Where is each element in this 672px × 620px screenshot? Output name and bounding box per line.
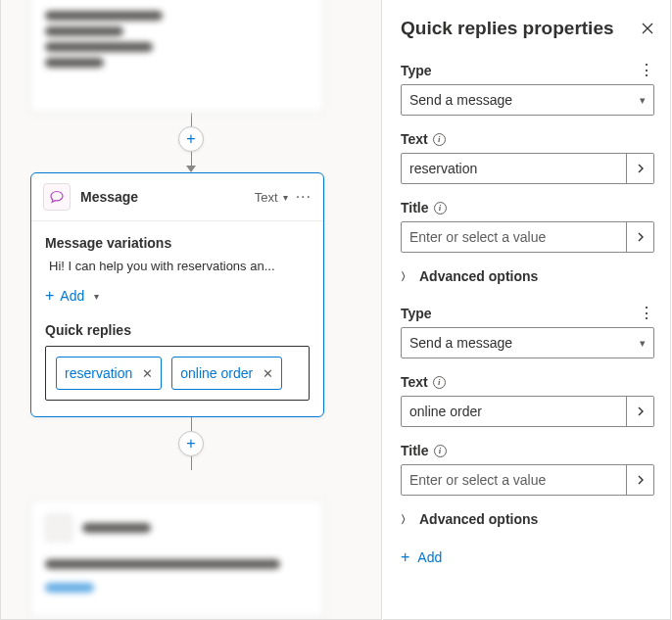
chevron-right-icon [637,232,645,242]
expand-input-button[interactable] [626,154,653,183]
expand-input-button[interactable] [626,222,653,252]
node-more-menu[interactable]: ··· [296,188,312,206]
remove-chip-icon[interactable]: ✕ [142,366,153,381]
chevron-right-icon: 〉 [401,269,411,284]
text-label: Text [401,374,428,390]
chevron-down-icon: ▾ [283,192,288,203]
title-placeholder: Enter or select a value [409,229,626,245]
quick-reply-chip[interactable]: online order ✕ [171,357,282,390]
connector: + [1,417,381,470]
connector: + [1,113,381,172]
advanced-options-label: Advanced options [419,268,538,284]
group-more-menu[interactable]: ⋮ [639,63,654,78]
blurred-node-top [30,0,324,113]
chevron-down-icon: ▾ [640,337,646,350]
message-node-header: Message Text ▾ ··· [31,173,323,221]
text-value: reservation [409,161,626,176]
reply-group: Type ⋮ Send a message ▾ Text i online or… [401,306,654,527]
title-placeholder: Enter or select a value [409,472,626,488]
arrow-down-icon [186,166,196,172]
group-more-menu[interactable]: ⋮ [639,306,654,321]
title-input[interactable]: Enter or select a value [401,221,654,253]
type-label: Type [401,306,432,321]
plus-icon: + [401,548,409,566]
chip-label: reservation [65,365,132,381]
advanced-options-toggle[interactable]: 〉 Advanced options [401,511,654,527]
chevron-right-icon [637,406,645,416]
remove-chip-icon[interactable]: ✕ [263,366,273,381]
advanced-options-label: Advanced options [419,511,538,527]
message-variations-label: Message variations [45,235,310,251]
title-label: Title [401,443,429,458]
message-icon [43,183,71,211]
plus-icon: + [45,287,54,305]
chip-label: online order [180,365,253,381]
blurred-node-bottom [30,500,324,617]
title-input[interactable]: Enter or select a value [401,464,654,496]
text-label: Text [401,131,428,147]
type-value: Send a message [409,335,640,351]
info-icon[interactable]: i [434,445,447,457]
close-panel-button[interactable] [641,22,654,35]
add-quick-reply-button[interactable]: + Add [401,548,654,566]
type-select[interactable]: Send a message ▾ [401,84,654,116]
text-value: online order [409,404,626,419]
info-icon[interactable]: i [434,202,447,215]
chevron-down-icon: ▾ [94,291,99,302]
reply-group: Type ⋮ Send a message ▾ Text i reservati… [401,63,654,284]
add-label: Add [417,549,442,565]
close-icon [641,22,654,35]
quick-replies-label: Quick replies [45,322,310,338]
message-variation-text[interactable]: Hi! I can help you with reservations an.… [49,259,310,273]
format-label: Text [255,190,278,205]
text-input[interactable]: online order [401,396,654,427]
add-node-button-bottom[interactable]: + [178,431,204,456]
type-value: Send a message [409,92,640,108]
info-icon[interactable]: i [433,376,446,389]
chevron-right-icon [637,475,645,485]
message-node-title: Message [80,189,255,205]
expand-input-button[interactable] [626,465,653,495]
panel-title: Quick replies properties [401,18,614,39]
add-variation-label: Add [60,288,84,304]
title-label: Title [401,200,429,215]
type-label: Type [401,63,432,78]
message-node[interactable]: Message Text ▾ ··· Message variations Hi… [30,172,324,417]
advanced-options-toggle[interactable]: 〉 Advanced options [401,268,654,284]
chevron-down-icon: ▾ [640,94,646,107]
authoring-canvas: + Message Text ▾ ··· Message variations … [0,0,382,620]
info-icon[interactable]: i [433,133,446,146]
format-selector[interactable]: Text ▾ [255,190,288,205]
text-input[interactable]: reservation [401,153,654,184]
quick-reply-chip[interactable]: reservation ✕ [56,357,162,390]
chevron-right-icon: 〉 [401,512,411,527]
properties-panel: Quick replies properties Type ⋮ Send a m… [383,0,671,620]
type-select[interactable]: Send a message ▾ [401,327,654,358]
quick-replies-container[interactable]: reservation ✕ online order ✕ [45,346,310,401]
add-variation-button[interactable]: + Add ▾ [45,287,310,305]
add-node-button-top[interactable]: + [178,126,204,152]
expand-input-button[interactable] [626,397,653,426]
chevron-right-icon [637,164,645,173]
